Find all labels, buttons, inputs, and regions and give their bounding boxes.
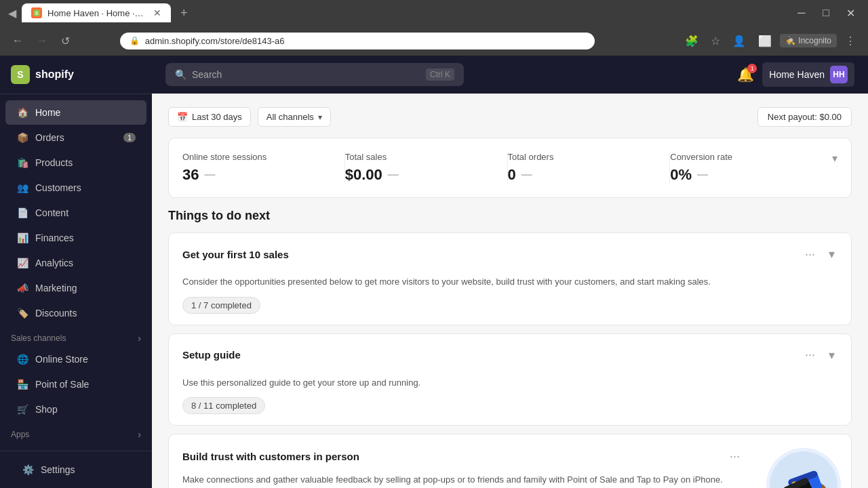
discounts-icon: 🏷️	[16, 307, 28, 319]
sidebar-item-analytics[interactable]: 📈 Analytics	[5, 251, 146, 275]
store-name: Home Haven	[769, 69, 825, 80]
sidebar-item-point-of-sale[interactable]: 🏪 Point of Sale	[5, 372, 146, 396]
search-shortcut: Ctrl K	[426, 68, 454, 81]
shop-icon: 🛒	[16, 403, 28, 415]
sidebar-label-finances: Finances	[35, 232, 74, 243]
task-card-setup-guide: Setup guide ··· ▾ Use this personalized …	[168, 333, 852, 426]
lock-icon: 🔒	[130, 36, 140, 45]
sidebar-label-orders: Orders	[35, 132, 64, 143]
stat-dash-0: —	[204, 169, 215, 181]
store-avatar: HH	[830, 66, 848, 83]
browser-tab[interactable]: S Home Haven · Home · Shopify ✕	[22, 3, 171, 22]
stat-label-0: Online store sessions	[182, 152, 328, 162]
store-switcher[interactable]: Home Haven HH	[762, 62, 854, 87]
sidebar-label-shop: Shop	[35, 404, 58, 415]
build-trust-card: Build trust with customers in person ···…	[168, 434, 852, 488]
task-title-first-sales: Get your first 10 sales	[182, 249, 794, 260]
build-trust-header: Build trust with customers in person ···	[182, 447, 743, 473]
stat-dash-1: —	[388, 169, 399, 181]
sidebar-item-marketing[interactable]: 📣 Marketing	[5, 276, 146, 300]
sidebar-label-marketing: Marketing	[35, 283, 77, 293]
build-trust-content: Build trust with customers in person ···…	[169, 434, 756, 488]
sidebar-label-analytics: Analytics	[35, 258, 73, 268]
sidebar-item-discounts[interactable]: 🏷️ Discounts	[5, 301, 146, 325]
products-icon: 🛍️	[16, 157, 28, 169]
sales-channels-expand-icon[interactable]: ›	[138, 333, 141, 344]
sidebar-item-home[interactable]: 🏠 Home	[5, 100, 146, 125]
task-menu-first-sales[interactable]: ···	[802, 245, 818, 264]
back-button[interactable]: ←	[8, 32, 27, 49]
address-text: admin.shopify.com/store/de8143-a6	[145, 36, 285, 46]
sidebar-label-online-store: Online Store	[35, 354, 88, 365]
filter-left: 📅 Last 30 days All channels ▾	[168, 107, 331, 127]
marketing-icon: 📣	[16, 282, 28, 294]
task-expand-first-sales[interactable]: ▾	[826, 244, 837, 264]
topbar-right: 🔔 1 Home Haven HH	[737, 62, 854, 87]
stat-item-0: Online store sessions 36 —	[182, 152, 345, 184]
sidebar-item-customers[interactable]: 👥 Customers	[5, 176, 146, 200]
stats-grid: Online store sessions 36 — Total sales $…	[182, 152, 837, 184]
sidebar-navigation: 🏠 Home 📦 Orders 1 🛍️ Products 👥 Customer…	[0, 94, 152, 451]
stat-value-3: 0% —	[670, 166, 816, 184]
stat-value-2: 0 —	[508, 166, 654, 184]
search-bar[interactable]: 🔍 Search Ctrl K	[165, 63, 464, 86]
stat-item-2: Total orders 0 —	[508, 152, 671, 184]
task-progress-first-sales: 1 / 7 completed	[182, 297, 260, 314]
illustration-circle	[766, 448, 841, 488]
extension-icon[interactable]: 🧩	[681, 32, 703, 50]
sidebar-item-settings[interactable]: ⚙️ Settings	[11, 458, 141, 482]
sidebar-item-products[interactable]: 🛍️ Products	[5, 150, 146, 175]
maximize-button[interactable]: □	[816, 3, 835, 22]
apps-section: Apps ›	[0, 422, 152, 443]
stats-expand-icon[interactable]: ▾	[832, 152, 837, 165]
build-trust-illustration	[756, 434, 851, 488]
sidebar-item-online-store[interactable]: 🌐 Online Store	[5, 347, 146, 371]
task-expand-setup-guide[interactable]: ▾	[826, 345, 837, 365]
task-card-first-sales: Get your first 10 sales ··· ▾ Consider t…	[168, 232, 852, 325]
close-button[interactable]: ✕	[841, 3, 860, 22]
search-placeholder: Search	[192, 69, 420, 80]
date-range-filter[interactable]: 📅 Last 30 days	[168, 107, 251, 127]
home-icon: 🏠	[16, 106, 28, 119]
shopify-logo-icon: S	[11, 65, 30, 84]
customers-icon: 👥	[16, 182, 28, 194]
stat-item-3: Conversion rate 0% —	[670, 152, 832, 184]
sidebar-item-orders[interactable]: 📦 Orders 1	[5, 125, 146, 150]
task-header-first-sales: Get your first 10 sales ··· ▾	[169, 233, 851, 275]
build-trust-menu-button[interactable]: ···	[727, 447, 743, 466]
channels-filter[interactable]: All channels ▾	[258, 107, 331, 127]
sidebar-item-content[interactable]: 📄 Content	[5, 201, 146, 225]
apps-expand-icon[interactable]: ›	[138, 429, 141, 440]
filters-bar: 📅 Last 30 days All channels ▾ Next payou…	[168, 107, 852, 127]
new-tab-button[interactable]: +	[176, 5, 192, 22]
task-desc-first-sales: Consider the opportunities presented bel…	[182, 275, 837, 289]
main-content: 🔍 Search Ctrl K 🔔 1 Home Haven HH	[152, 56, 868, 488]
profile-icon[interactable]: 👤	[728, 32, 750, 50]
more-options-button[interactable]: ⋮	[841, 32, 860, 50]
stat-label-1: Total sales	[345, 152, 491, 162]
online-store-icon: 🌐	[16, 353, 28, 365]
stats-card: Online store sessions 36 — Total sales $…	[168, 138, 852, 198]
notification-button[interactable]: 🔔 1	[737, 66, 754, 83]
content-icon: 📄	[16, 207, 28, 219]
task-body-setup-guide: Use this personalized guide to get your …	[169, 376, 851, 426]
incognito-badge: 🕵️ Incognito	[780, 34, 837, 47]
bookmark-icon[interactable]: ☆	[707, 32, 724, 50]
forward-button[interactable]: →	[33, 32, 52, 49]
sidebar-header: S shopify	[0, 56, 152, 94]
stat-label-2: Total orders	[508, 152, 654, 162]
minimize-button[interactable]: ─	[792, 3, 811, 22]
task-body-first-sales: Consider the opportunities presented bel…	[169, 275, 851, 325]
tab-group-icon[interactable]: ⬜	[754, 32, 776, 50]
sales-channels-section: Sales channels ›	[0, 326, 152, 346]
calendar-icon: 📅	[177, 112, 188, 122]
build-trust-description: Make connections and gather valuable fee…	[182, 473, 743, 487]
reload-button[interactable]: ↺	[57, 32, 74, 50]
sidebar-item-finances[interactable]: 📊 Finances	[5, 226, 146, 250]
tab-close-button[interactable]: ✕	[153, 7, 161, 18]
things-to-do-title: Things to do next	[168, 209, 852, 223]
task-menu-setup-guide[interactable]: ···	[802, 345, 818, 365]
sidebar-item-shop[interactable]: 🛒 Shop	[5, 397, 146, 422]
task-progress-setup-guide: 8 / 11 completed	[182, 397, 265, 414]
address-bar[interactable]: 🔒 admin.shopify.com/store/de8143-a6	[120, 33, 595, 49]
